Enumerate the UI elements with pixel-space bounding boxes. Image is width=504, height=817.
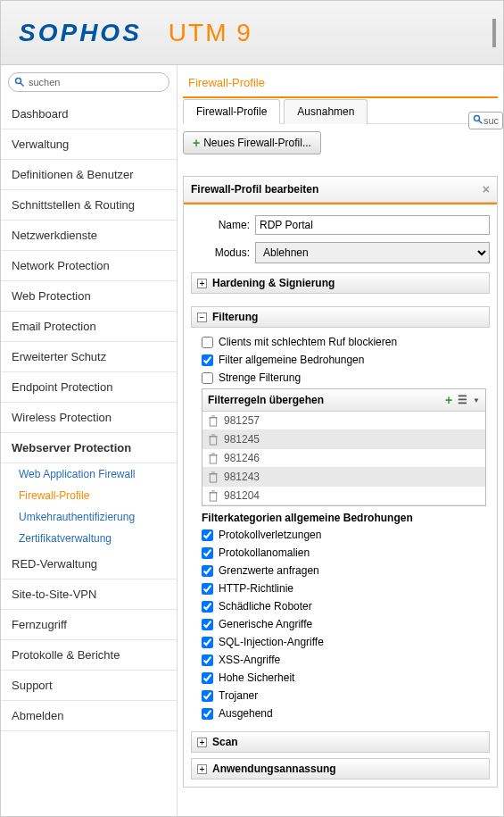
trash-icon[interactable]	[208, 471, 219, 483]
svg-line-1	[21, 83, 24, 87]
chk-strict[interactable]: Strenge Filterung	[202, 369, 486, 387]
section-hardening[interactable]: + Hardening & Signierung	[191, 272, 490, 294]
nav-abmelden[interactable]: Abmelden	[1, 701, 177, 731]
cat-item[interactable]: Schädliche Roboter	[202, 597, 486, 615]
trash-icon[interactable]	[208, 490, 219, 502]
chk-bad-clients[interactable]: Clients mit schlechtem Ruf blockieren	[202, 333, 486, 351]
nav-protokolle[interactable]: Protokolle & Berichte	[1, 640, 177, 671]
chk-common-threats[interactable]: Filter allgemeine Bedrohungen	[202, 351, 486, 369]
nav-webserver-protection[interactable]: Webserver Protection	[1, 433, 177, 463]
add-rule-icon[interactable]: +	[445, 393, 452, 407]
nav-fernzugriff[interactable]: Fernzugriff	[1, 610, 177, 640]
mode-label: Modus:	[191, 246, 255, 259]
sidebar: suchen Dashboard Verwaltung Definitionen…	[1, 65, 178, 816]
rule-item[interactable]: 981204	[202, 487, 485, 505]
breadcrumb: Firewall-Profile	[183, 72, 498, 96]
trash-icon[interactable]	[208, 434, 219, 446]
section-appfit-label: Anwendungsannassung	[212, 763, 336, 775]
rules-header: Filterregeln übergehen + ☰ ▼	[202, 389, 485, 412]
new-profile-button[interactable]: + Neues Firewall-Profil...	[183, 131, 321, 154]
rule-item[interactable]: 981243	[202, 468, 485, 487]
plus-icon: +	[193, 136, 200, 150]
nav-schnittstellen[interactable]: Schnittstellen & Routing	[1, 190, 177, 221]
nav-verwaltung[interactable]: Verwaltung	[1, 129, 177, 160]
cat-item[interactable]: Generische Angriffe	[202, 615, 486, 633]
section-filtering[interactable]: − Filterung	[191, 306, 490, 328]
name-row: Name:	[191, 212, 490, 238]
svg-rect-4	[210, 417, 216, 425]
svg-rect-13	[210, 473, 216, 481]
chk-common-threats-input[interactable]	[202, 354, 213, 366]
nav-definitionen[interactable]: Definitionen & Benutzer	[1, 160, 177, 190]
cat-item[interactable]: Hohe Sicherheit	[202, 669, 486, 687]
collapse-icon: −	[197, 313, 207, 322]
tab-exceptions[interactable]: Ausnahmen	[284, 99, 368, 124]
chk-strict-input[interactable]	[202, 372, 213, 384]
nav-endpoint-protection[interactable]: Endpoint Protection	[1, 372, 177, 403]
cat-item[interactable]: Trojaner	[202, 687, 486, 704]
product-name: UTM 9	[169, 19, 252, 47]
cat-item[interactable]: Ausgehend	[202, 704, 486, 722]
trash-icon[interactable]	[208, 453, 219, 464]
svg-point-2	[474, 116, 479, 121]
nav-email-protection[interactable]: Email Protection	[1, 312, 177, 342]
rule-item[interactable]: 981257	[202, 412, 485, 430]
nav-wireless-protection[interactable]: Wireless Protection	[1, 403, 177, 433]
subnav-firewall-profile[interactable]: Firewall-Profile	[1, 485, 177, 506]
nav-network-protection[interactable]: Network Protection	[1, 251, 177, 281]
nav-netzwerkdienste[interactable]: Netzwerkdienste	[1, 221, 177, 251]
svg-line-3	[479, 121, 483, 124]
section-appfit[interactable]: + Anwendungsannassung	[191, 758, 490, 779]
rules-box: Filterregeln übergehen + ☰ ▼ 981257	[202, 388, 486, 506]
subnav-cert[interactable]: Zertifikatverwaltung	[1, 528, 177, 549]
cat-item[interactable]: Protokollverletzungen	[202, 526, 486, 544]
list-icon[interactable]: ☰	[458, 394, 467, 406]
cat-item[interactable]: Grenzwerte anfragen	[202, 562, 486, 579]
cat-item[interactable]: Protokollanomalien	[202, 544, 486, 562]
search-placeholder: suchen	[29, 77, 60, 88]
search-icon	[14, 77, 25, 88]
content-search[interactable]: suc	[468, 112, 503, 129]
content-search-label: suc	[483, 115, 499, 126]
search-icon	[473, 114, 483, 127]
subnav-waf[interactable]: Web Application Firewall	[1, 463, 177, 485]
tab-profiles[interactable]: Firewall-Profile	[183, 99, 280, 124]
logo: SOPHOS	[19, 19, 142, 47]
search-input[interactable]: suchen	[8, 72, 169, 92]
rules-title: Filterregeln übergehen	[208, 394, 324, 406]
close-icon[interactable]: ×	[483, 182, 490, 196]
svg-point-0	[16, 79, 21, 84]
section-hardening-label: Hardening & Signierung	[212, 277, 335, 289]
panel-title: Firewall-Profil bearbeiten	[191, 183, 318, 196]
expand-icon: +	[197, 738, 207, 747]
rules-list[interactable]: 981257 981245 981246	[202, 412, 485, 505]
nav-erweiterter-schutz[interactable]: Erweiterter Schutz	[1, 342, 177, 372]
nav-support[interactable]: Support	[1, 671, 177, 701]
cat-item[interactable]: SQL-Injection-Angriffe	[202, 633, 486, 651]
cat-item[interactable]: XSS-Angriffe	[202, 651, 486, 669]
rule-item[interactable]: 981246	[202, 449, 485, 468]
name-label: Name:	[191, 219, 255, 231]
rule-item[interactable]: 981245	[202, 430, 485, 449]
app-header: SOPHOS UTM 9	[1, 1, 503, 65]
nav-s2s-vpn[interactable]: Site-to-Site-VPN	[1, 579, 177, 610]
expand-icon: +	[197, 279, 207, 288]
nav-dashboard[interactable]: Dashboard	[1, 99, 177, 129]
section-filtering-label: Filterung	[212, 311, 258, 323]
cat-item[interactable]: HTTP-Richtlinie	[202, 579, 486, 597]
nav-web-protection[interactable]: Web Protection	[1, 281, 177, 312]
svg-rect-10	[210, 454, 216, 463]
subnav-reverse-auth[interactable]: Umkehrauthentifizierung	[1, 506, 177, 528]
chk-bad-clients-input[interactable]	[202, 337, 213, 348]
name-input[interactable]	[255, 215, 490, 235]
svg-rect-7	[210, 436, 216, 444]
svg-rect-16	[210, 492, 216, 500]
panel-handle[interactable]	[492, 19, 496, 47]
nav-red[interactable]: RED-Verwaltung	[1, 549, 177, 579]
mode-row: Modus: Ablehnen	[191, 238, 490, 267]
mode-select[interactable]: Ablehnen	[255, 242, 490, 263]
section-scan[interactable]: + Scan	[191, 731, 490, 753]
trash-icon[interactable]	[208, 415, 219, 427]
main-content: Firewall-Profile Firewall-Profile Ausnah…	[178, 65, 503, 816]
dropdown-icon[interactable]: ▼	[473, 396, 480, 404]
